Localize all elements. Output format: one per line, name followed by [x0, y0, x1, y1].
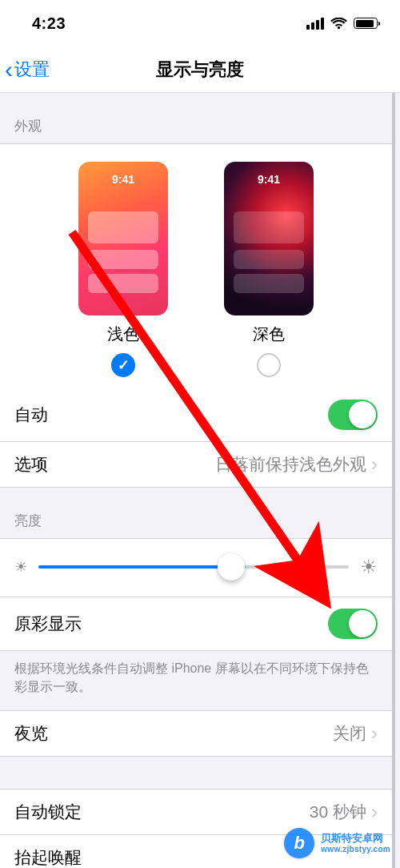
light-preview: 9:41 [78, 162, 168, 315]
sun-small-icon: ☀︎ [14, 558, 27, 576]
battery-icon [354, 18, 378, 29]
wifi-icon [330, 18, 347, 30]
appearance-card: 9:41 浅色 ✓ 9:41 深色 自动 [0, 143, 392, 488]
chevron-right-icon: › [371, 802, 378, 822]
status-time: 4:23 [32, 14, 66, 33]
page-title: 显示与亮度 [0, 58, 400, 82]
light-label: 浅色 [107, 323, 139, 345]
true-tone-label: 原彩显示 [14, 613, 82, 635]
preview-clock: 9:41 [224, 173, 314, 186]
options-value: 日落前保持浅色外观 [215, 453, 366, 476]
chevron-right-icon: › [371, 724, 378, 743]
brightness-card: ☀︎ ☀︎ 原彩显示 [0, 538, 392, 651]
true-tone-switch[interactable] [328, 609, 378, 639]
settings-scroll[interactable]: 外观 9:41 浅色 ✓ 9:41 深色 [0, 93, 395, 868]
appearance-option-dark[interactable]: 9:41 深色 [224, 162, 314, 377]
row-true-tone: 原彩显示 [0, 597, 392, 650]
status-bar: 4:23 [0, 0, 400, 46]
status-icons [306, 18, 378, 30]
true-tone-footer: 根据环境光线条件自动调整 iPhone 屏幕以在不同环境下保持色彩显示一致。 [0, 651, 392, 710]
section-header-appearance: 外观 [0, 93, 392, 143]
auto-lock-value: 30 秒钟 [310, 801, 366, 823]
watermark-logo-icon: b [284, 828, 314, 858]
preview-clock: 9:41 [78, 173, 168, 186]
row-auto-appearance: 自动 [0, 388, 392, 441]
watermark: b 贝斯特安卓网 www.zjbstyy.com [284, 828, 390, 858]
dark-preview: 9:41 [224, 162, 314, 315]
cellular-signal-icon [306, 18, 324, 30]
chevron-right-icon: › [371, 455, 378, 474]
auto-appearance-switch[interactable] [328, 400, 378, 430]
nightshift-card: 夜览 关闭› [0, 710, 392, 757]
section-header-brightness: 亮度 [0, 488, 392, 538]
appearance-option-light[interactable]: 9:41 浅色 ✓ [78, 162, 168, 377]
watermark-name: 贝斯特安卓网 [321, 832, 390, 845]
night-shift-value: 关闭 [333, 722, 366, 745]
raise-label: 抬起唤醒 [14, 846, 82, 868]
light-radio[interactable]: ✓ [111, 353, 135, 377]
appearance-previews: 9:41 浅色 ✓ 9:41 深色 [0, 144, 392, 388]
auto-lock-label: 自动锁定 [14, 801, 82, 823]
row-night-shift[interactable]: 夜览 关闭› [0, 711, 392, 756]
sun-large-icon: ☀︎ [360, 556, 378, 578]
auto-label: 自动 [14, 404, 48, 426]
options-label: 选项 [14, 453, 48, 476]
brightness-slider-row: ☀︎ ☀︎ [0, 539, 392, 597]
brightness-slider[interactable] [38, 555, 349, 579]
dark-radio[interactable] [257, 353, 281, 377]
dark-label: 深色 [253, 323, 285, 345]
nav-bar: ‹ 设置 显示与亮度 [0, 46, 400, 93]
night-shift-label: 夜览 [14, 722, 48, 745]
row-appearance-options[interactable]: 选项 日落前保持浅色外观› [0, 441, 392, 487]
watermark-url: www.zjbstyy.com [321, 845, 390, 854]
